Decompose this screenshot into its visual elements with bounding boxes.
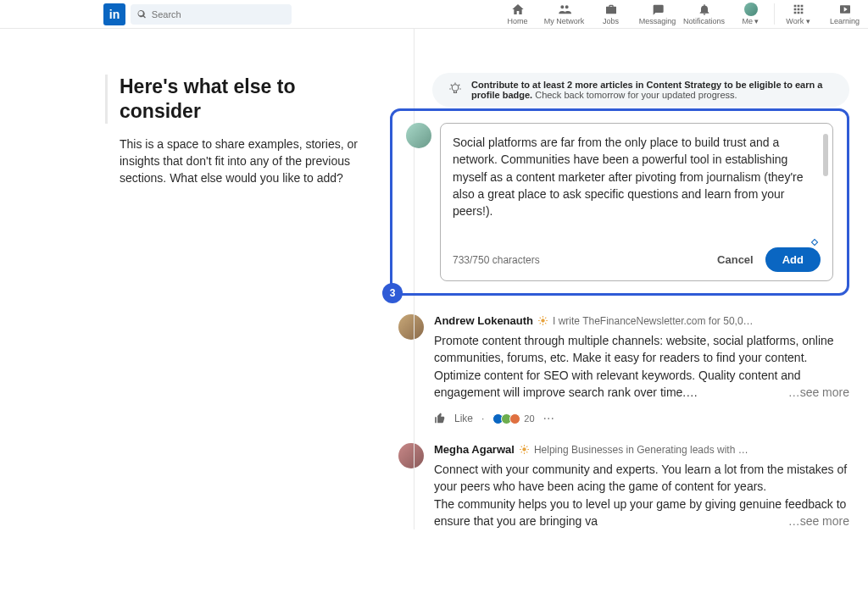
search-icon (137, 9, 147, 19)
author-name[interactable]: Andrew Lokenauth (434, 314, 533, 327)
compose-textbox[interactable]: Social platforms are far from the only p… (440, 123, 833, 281)
lightbulb-icon (448, 81, 463, 97)
reactions[interactable]: 20 (492, 413, 534, 424)
post-item: Andrew Lokenauth I write TheFinanceNewsl… (398, 314, 849, 424)
tip-rest: Check back tomorrow for your updated pro… (532, 90, 737, 100)
nav-home[interactable]: Home (494, 0, 541, 28)
nav-me[interactable]: Me ▾ (727, 0, 774, 28)
tutorial-highlight: 3 Social platforms are far from the only… (390, 108, 849, 296)
reaction-love-icon (509, 413, 520, 424)
author-avatar[interactable] (398, 443, 424, 468)
nav-label: Jobs (603, 17, 619, 25)
post-header: Andrew Lokenauth I write TheFinanceNewsl… (434, 314, 849, 327)
see-more-link[interactable]: …see more (788, 384, 849, 401)
post-item: Megha Agarwal Helping Businesses in Gene… (398, 443, 849, 529)
people-icon (558, 3, 571, 16)
nav-notifications[interactable]: Notifications (681, 0, 727, 28)
post-actions: Like · 20 ··· (434, 413, 849, 424)
nav-label: Learning (830, 17, 860, 25)
svg-point-1 (541, 319, 544, 322)
search-input[interactable] (152, 9, 285, 19)
step-badge: 3 (382, 283, 403, 303)
badge-icon (537, 315, 548, 326)
right-column: Contribute to at least 2 more articles i… (414, 29, 868, 529)
like-button[interactable]: Like (454, 413, 473, 424)
chat-icon (651, 3, 665, 16)
nav-network[interactable]: My Network (541, 0, 587, 28)
compose-text[interactable]: Social platforms are far from the only p… (453, 134, 821, 236)
linkedin-logo[interactable]: in (103, 3, 125, 25)
grid-icon (792, 3, 805, 16)
nav-label: Work ▾ (786, 17, 810, 25)
author-tagline: I write TheFinanceNewsletter.com for 50,… (553, 315, 754, 327)
svg-point-2 (522, 448, 526, 452)
play-icon (838, 3, 852, 16)
search-box[interactable] (131, 4, 292, 25)
nav-label: My Network (544, 17, 585, 25)
char-counter: 733/750 characters (453, 254, 540, 266)
like-icon[interactable] (434, 413, 446, 424)
page-title: Here's what else to consider (105, 75, 380, 124)
bell-icon (698, 3, 711, 16)
comment-compose: Social platforms are far from the only p… (406, 123, 833, 281)
resize-handle-icon[interactable] (811, 239, 818, 246)
nav-label: Notifications (683, 17, 725, 25)
nav-label: Messaging (639, 17, 676, 25)
home-icon (511, 3, 525, 16)
left-column: Here's what else to consider This is a s… (0, 29, 414, 529)
author-name[interactable]: Megha Agarwal (434, 443, 515, 456)
briefcase-icon (604, 3, 618, 16)
badge-icon (519, 444, 530, 455)
author-tagline: Helping Businesses in Generating leads w… (534, 444, 748, 456)
user-avatar (406, 123, 431, 148)
nav-label: Home (507, 17, 527, 25)
add-button[interactable]: Add (765, 247, 821, 272)
tip-banner: Contribute to at least 2 more articles i… (432, 73, 849, 107)
svg-point-0 (452, 85, 459, 91)
post-text: Promote content through multiple channel… (434, 332, 849, 401)
nav-messaging[interactable]: Messaging (634, 0, 681, 28)
reaction-count: 20 (524, 413, 534, 424)
see-more-link[interactable]: …see more (788, 513, 849, 529)
more-menu-button[interactable]: ··· (543, 415, 554, 422)
post-header: Megha Agarwal Helping Businesses in Gene… (434, 443, 849, 456)
nav-work[interactable]: Work ▾ (775, 0, 821, 28)
author-avatar[interactable] (398, 314, 424, 340)
top-nav: in Home My Network Jobs Messaging Notifi… (0, 0, 868, 29)
nav-learning[interactable]: Learning (821, 0, 868, 28)
nav-label: Me ▾ (742, 17, 759, 25)
cancel-button[interactable]: Cancel (717, 253, 754, 266)
avatar-icon (744, 3, 758, 16)
page-subtitle: This is a space to share examples, stori… (105, 136, 380, 187)
post-text: Connect with your community and experts.… (434, 461, 849, 529)
nav-jobs[interactable]: Jobs (587, 0, 634, 28)
scrollbar[interactable] (823, 134, 828, 176)
nav-items: Home My Network Jobs Messaging Notificat… (494, 0, 868, 28)
